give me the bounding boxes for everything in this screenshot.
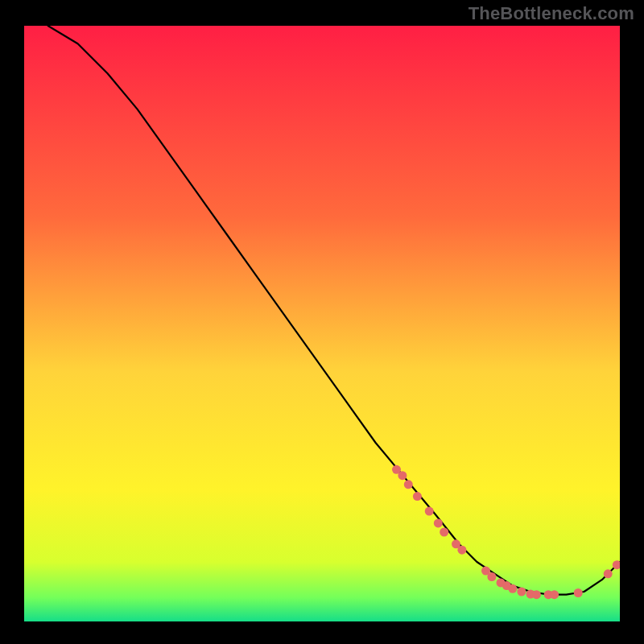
data-marker: [457, 546, 466, 555]
data-marker: [550, 590, 559, 599]
data-marker: [517, 588, 526, 597]
data-marker: [434, 518, 443, 527]
data-marker: [404, 480, 413, 489]
data-marker: [398, 471, 407, 480]
plot-area: [24, 26, 620, 621]
watermark-text: TheBottleneck.com: [469, 3, 634, 24]
data-marker: [508, 584, 517, 593]
chart-svg: [24, 26, 620, 621]
chart-frame: TheBottleneck.com: [0, 0, 644, 644]
data-marker: [487, 572, 496, 581]
data-marker: [440, 528, 448, 537]
data-marker: [574, 588, 583, 597]
data-marker: [604, 569, 613, 578]
data-marker: [413, 492, 422, 501]
data-marker: [532, 590, 541, 599]
gradient-background: [24, 26, 620, 621]
data-marker: [425, 507, 434, 516]
